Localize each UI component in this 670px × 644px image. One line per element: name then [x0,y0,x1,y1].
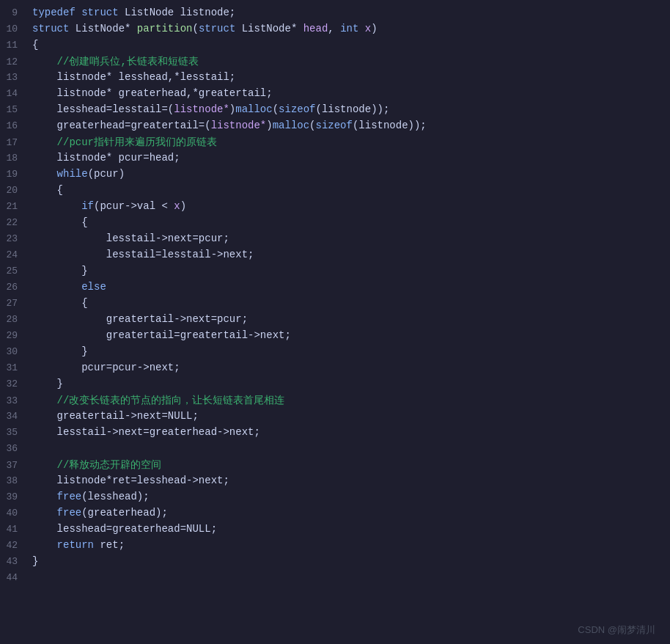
token-sizeof-fn: sizeof [316,120,353,131]
line-number: 14 [0,88,29,99]
token-plain: ( [273,103,279,115]
token-comment-cn: //创建哨兵位,长链表和短链表 [57,56,199,67]
token-plain: lesstail->next=pcur; [32,233,229,244]
line-content: //释放动态开辟的空间 [29,458,670,472]
token-plain: } [32,555,38,567]
line-content: listnode* pcur=head; [29,152,670,164]
token-plain [32,136,57,148]
line-content: struct ListNode* partition(struct ListNo… [29,23,670,34]
token-comment-cn: //pcur指针用来遍历我们的原链表 [57,136,217,148]
token-plain: ListNode listnode; [119,7,236,18]
code-line: 28 greatertail->next=pcur; [0,312,670,329]
line-number: 15 [0,104,29,115]
token-plain [32,200,81,212]
token-kw: while [57,168,88,180]
line-content: { [29,297,670,309]
line-number: 38 [0,475,29,486]
token-plain: { [32,297,88,309]
code-line: 25 } [0,264,670,280]
token-kw: struct [81,7,118,18]
line-number: 17 [0,137,29,148]
token-plain: listnode* greaterhead,*greatertail; [32,87,273,99]
token-plain: (pcur) [88,168,125,180]
token-plain: , [328,23,340,34]
token-plain: greaterhead=greatertail=( [32,120,211,131]
token-kw: return [57,539,94,551]
line-content: lesstail->next=pcur; [29,233,670,244]
token-plain: } [32,345,88,357]
line-content [29,571,670,583]
token-comment-cn: //改变长链表的节点的指向，让长短链表首尾相连 [57,395,285,406]
line-number: 42 [0,540,29,551]
token-sizeof-fn: sizeof [279,103,315,115]
token-plain: ) [371,23,377,34]
line-content: while(pcur) [29,168,670,180]
code-line: 22 { [0,216,670,232]
line-number: 35 [0,427,29,438]
token-plain: ) [180,200,186,212]
token-param: head [303,23,328,34]
token-plain: ret; [94,539,125,551]
line-number: 26 [0,282,29,293]
code-line: 14 listnode* greaterhead,*greatertail; [0,87,670,103]
token-plain: ( [192,23,198,34]
code-line: 15 lesshead=lesstail=(listnode*)malloc(s… [0,103,670,119]
token-plain: listnode* pcur=head; [32,152,180,164]
code-line: 40 free(greaterhead); [0,506,670,522]
token-plain: lesshead=lesstail=( [32,103,174,115]
line-content: greatertail->next=pcur; [29,313,670,325]
token-plain: greatertail->next=pcur; [32,313,248,325]
code-line: 39 free(lesshead); [0,490,670,506]
code-line: 23 lesstail->next=pcur; [0,232,670,248]
token-plain [358,23,364,34]
token-plain: (lesshead); [81,491,149,502]
token-plain [32,539,57,551]
token-plain: greatertail=greatertail->next; [32,329,291,341]
line-number: 34 [0,411,29,422]
line-content: } [29,345,670,357]
line-number: 41 [0,524,29,535]
token-plain [32,56,57,67]
line-number: 39 [0,491,29,502]
line-number: 10 [0,23,29,34]
code-line: 20 { [0,183,670,200]
line-number: 28 [0,314,29,325]
code-line: 9typedef struct ListNode listnode; [0,6,670,22]
line-content: lesshead=lesstail=(listnode*)malloc(size… [29,103,670,115]
code-line: 11{ [0,38,670,54]
token-malloc-fn: malloc [235,103,272,115]
line-number: 27 [0,298,29,309]
line-number: 12 [0,56,29,67]
line-number: 25 [0,266,29,277]
line-content: //改变长链表的节点的指向，让长短链表首尾相连 [29,394,670,407]
line-content: lesshead=greaterhead=NULL; [29,523,670,535]
line-number: 18 [0,153,29,164]
token-plain: ) [266,120,272,131]
code-line: 38 listnode*ret=lesshead->next; [0,474,670,490]
line-content: else [29,281,670,293]
line-content: //创建哨兵位,长链表和短链表 [29,55,670,68]
line-content: pcur=pcur->next; [29,362,670,373]
line-content: { [29,39,670,51]
line-number: 29 [0,330,29,341]
code-line: 31 pcur=pcur->next; [0,361,670,377]
token-plain [32,507,57,519]
code-line: 44 [0,571,670,587]
line-content: } [29,555,670,567]
line-content: { [29,216,670,228]
token-plain: ) [229,103,235,115]
line-number: 40 [0,508,29,519]
line-number: 13 [0,72,29,83]
line-content: lesstail->next=greaterhead->next; [29,426,670,438]
token-plain: } [32,265,88,277]
line-number: 21 [0,201,29,212]
line-content: listnode*ret=lesshead->next; [29,475,670,486]
line-content: greatertail->next=NULL; [29,410,670,422]
token-cast: listnode* [174,103,229,115]
line-content: listnode* greaterhead,*greatertail; [29,87,670,99]
code-line: 35 lesstail->next=greaterhead->next; [0,425,670,442]
token-kw: struct [199,23,235,34]
line-number: 19 [0,169,29,180]
code-line: 37 //释放动态开辟的空间 [0,458,670,474]
code-line: 24 lesstail=lesstail->next; [0,248,670,264]
